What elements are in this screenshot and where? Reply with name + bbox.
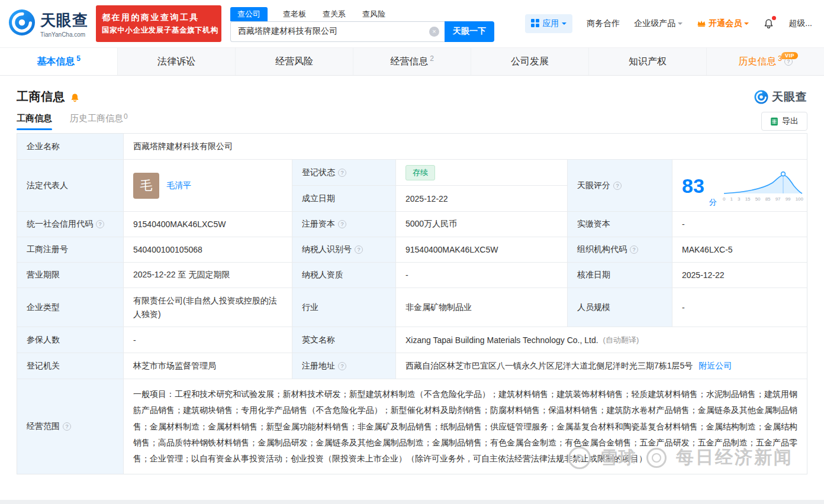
export-button[interactable]: 导出 [761,112,807,131]
header-right-nav: 应用 商务合作 企业级产品 开通会员 [525,14,816,33]
tab-basic-info[interactable]: 基本信息 5 [0,48,117,75]
tab-count: 2 [430,54,434,63]
nav-cooperation[interactable]: 商务合作 [587,18,620,29]
tab-history-info[interactable]: 历史信息 3 ? VIP [706,48,824,75]
tianyancha-logo[interactable]: 天眼查 TianYanCha.com [8,9,88,38]
chevron-down-icon [744,22,749,27]
nav-enterprise-products[interactable]: 企业级产品 [634,18,683,29]
promo-line1: 都在用的商业查询工具 [102,12,215,23]
establish-date-label: 成立日期 [292,186,396,212]
tab-label: 法律诉讼 [157,56,195,68]
apps-grid-icon [531,19,539,29]
notifications-bell[interactable] [763,17,774,31]
bottom-strip [0,500,824,504]
notification-dot [772,16,776,20]
apps-menu[interactable]: 应用 [525,14,572,33]
brand-text: 天眼查 [772,89,807,105]
search-tab-risk[interactable]: 查风险 [361,7,387,21]
nearby-companies-link[interactable]: 附近公司 [699,361,732,371]
reg-authority-label: 登记机关 [17,353,124,379]
tab-legal-proceedings[interactable]: 法律诉讼 [117,48,235,75]
tianyancha-watermark-logo: 天眼查 [754,89,807,105]
tab-label: 历史信息 [738,56,776,68]
score-value[interactable]: 83 分 0131550859799100 [672,160,807,212]
org-code-value: MAK46LXC-5 [672,237,807,263]
help-icon[interactable]: ? [338,169,346,177]
reg-status-value: 存续 [396,160,568,186]
business-info-table: 企业名称 西藏塔牌建材科技有限公司 法定代表人 毛 毛清平 登记状态 ? 存续 … [17,133,807,474]
score-label: 天眼评分 ? [568,160,672,212]
subtab-history-business-info[interactable]: 历史工商信息0 [70,113,128,130]
search-button[interactable]: 天眼一下 [445,21,494,42]
company-name-value: 西藏塔牌建材科技有限公司 [124,134,807,160]
search-tab-company[interactable]: 查公司 [230,7,268,21]
approval-date-label: 核准日期 [568,263,672,288]
enterprise-label: 企业级产品 [634,18,675,29]
reg-address-value: 西藏自治区林芝市巴宜区八一镇永久片区尼洋大道北侧尼洋时光三期7栋1层5号 附近公… [396,353,807,379]
help-icon[interactable]: ? [96,220,104,228]
subtab-label: 历史工商信息 [70,113,123,123]
reg-number-value: 540400100105068 [124,237,292,263]
subtab-business-info[interactable]: 工商信息 [17,113,52,130]
apps-label: 应用 [542,18,559,29]
help-icon[interactable]: ? [630,245,638,254]
crown-icon [697,19,706,29]
export-icon [770,117,778,126]
credit-code-label: 统一社会信用代码 ? [17,212,124,237]
help-icon[interactable]: ? [613,182,622,190]
nav-open-vip[interactable]: 开通会员 [697,18,749,29]
tab-operating-info[interactable]: 经营信息 2 [353,48,471,75]
company-name-label: 企业名称 [17,134,124,160]
help-icon[interactable]: ? [338,362,346,370]
org-code-label: 组织机构代码 ? [568,237,672,263]
insured-count-label: 参保人数 [17,327,124,353]
search-tabs: 查公司 查老板 查关系 查风险 [230,6,494,21]
insured-count-value: - [124,327,292,353]
help-icon[interactable]: ? [63,422,71,431]
subtab-label: 工商信息 [17,113,52,123]
company-type-value: 有限责任公司(非自然人投资或控股的法人独资) [124,288,292,327]
tab-label: 基本信息 [37,56,75,68]
chevron-down-icon [562,22,566,27]
legal-rep-label: 法定代表人 [17,160,124,212]
reg-status-label: 登记状态 ? [292,160,396,186]
score-unit: 分 [709,197,717,208]
staff-size-label: 人员规模 [568,288,672,327]
help-icon[interactable]: ? [355,245,363,254]
logo-title: 天眼查 [40,10,88,31]
vip-badge: VIP [781,52,798,59]
english-name-value: Xizang Tapai Building Materials Technolo… [396,327,807,353]
legal-rep-link[interactable]: 毛清平 [166,180,191,191]
open-vip-label: 开通会员 [709,18,742,29]
chevron-down-icon [678,22,683,27]
reg-capital-label: 注册资本 ? [292,212,396,237]
logo-subtitle: TianYanCha.com [40,31,88,38]
super-vip-label: 超级... [788,18,812,29]
taxpayer-quality-label: 纳税人资质 [292,263,396,288]
reg-capital-value: 5000万人民币 [396,212,568,237]
clear-icon[interactable]: × [429,27,439,37]
tab-intellectual-property[interactable]: 知识产权 [588,48,706,75]
search-tab-relation[interactable]: 查关系 [321,7,347,21]
search-area: 查公司 查老板 查关系 查风险 × 天眼一下 [230,6,494,42]
establish-date-value: 2025-12-22 [396,186,568,212]
help-icon[interactable]: ? [338,220,346,228]
industry-value: 非金属矿物制品业 [396,288,568,327]
tab-company-development[interactable]: 公司发展 [471,48,588,75]
business-term-label: 营业期限 [17,263,124,288]
search-input[interactable] [230,21,445,42]
score-number: 83 [682,176,704,196]
tab-label: 经营信息 [390,56,428,68]
main-content: 工商信息 天眼查 工商信息 历 [0,89,824,474]
legal-rep-value: 毛 毛清平 [124,160,292,212]
legal-rep-avatar[interactable]: 毛 [133,173,159,199]
search-tab-boss[interactable]: 查老板 [282,7,307,21]
status-badge: 存续 [405,165,435,180]
monitor-bell-icon[interactable] [70,92,80,102]
nav-super-vip[interactable]: 超级... [788,18,812,29]
tab-operating-risk[interactable]: 经营风险 [235,48,353,75]
business-scope-value: 一般项目：工程和技术研究和试验发展；新材料技术研发；新型建筑材料制造（不含危险化… [124,379,807,474]
business-term-value: 2025-12-22 至 无固定期限 [124,263,292,288]
tab-label: 知识产权 [629,56,667,68]
taxpayer-id-value: 91540400MAK46LXC5W [396,237,568,263]
